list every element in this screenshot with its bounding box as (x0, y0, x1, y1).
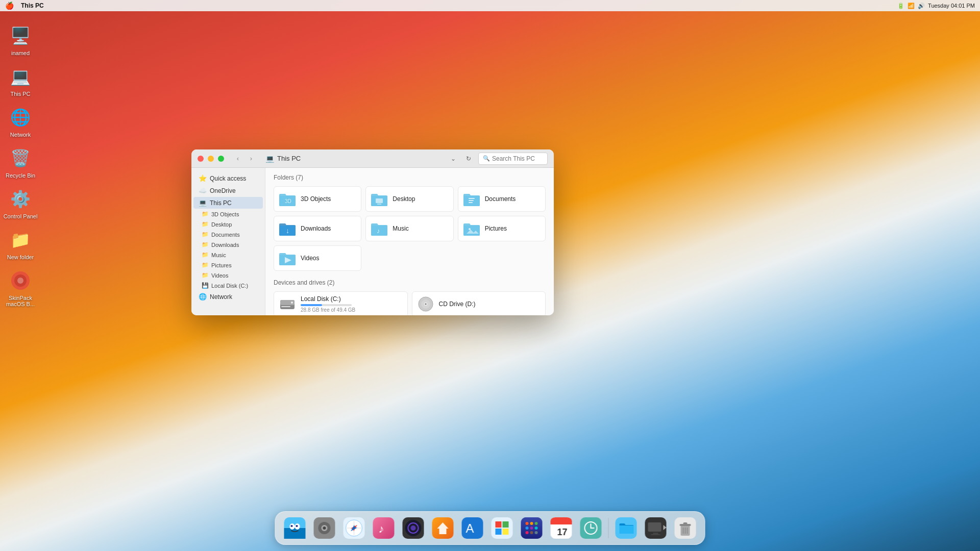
dock-item-time-machine[interactable] (578, 515, 604, 541)
folder-item-music[interactable]: ♪ Music (365, 216, 453, 241)
dock-item-siri[interactable] (400, 515, 427, 541)
network-label: Network (10, 132, 31, 138)
cd-drive-info: CD Drive (D:) (439, 300, 476, 308)
search-box[interactable]: 🔍 (478, 153, 548, 165)
folder-downloads-name: Downloads (301, 225, 331, 232)
address-bar: 💻 This PC (265, 154, 444, 163)
svg-point-16 (291, 302, 293, 304)
sidebar-subitem-documents[interactable]: 📁 Documents (198, 230, 263, 239)
clock: Tuesday 04:01 PM (928, 3, 975, 9)
inamed-label: inamed (11, 50, 30, 56)
svg-rect-56 (503, 529, 509, 535)
sidebar-subitem-3d-objects[interactable]: 📁 3D Objects (198, 209, 263, 219)
device-item-local-disk[interactable]: Local Disk (C:) 28.8 GB free of 49.4 GB (274, 291, 408, 315)
dock-item-launchpad[interactable] (519, 515, 545, 541)
refresh-button[interactable]: ↻ (463, 153, 474, 164)
dock-item-files[interactable] (613, 515, 640, 541)
inamed-icon: 🖥️ (8, 23, 33, 48)
folder-item-pictures[interactable]: Pictures (458, 216, 546, 241)
svg-point-28 (296, 525, 298, 527)
svg-rect-7 (469, 198, 475, 199)
sub-music-label: Music (211, 252, 226, 258)
folders-grid: 3D 3D Objects (274, 186, 546, 271)
dock-item-finder[interactable] (282, 515, 308, 541)
current-path: This PC (277, 155, 301, 162)
minimize-button[interactable] (208, 156, 214, 162)
network-sidebar-icon: 🌐 (199, 293, 207, 300)
folder-item-documents[interactable]: Documents (458, 186, 546, 212)
this-pc-label: This PC (10, 91, 30, 97)
this-pc-icon: 💻 (8, 64, 33, 89)
dock-item-home[interactable] (430, 515, 456, 541)
sub-desktop-label: Desktop (211, 221, 232, 228)
folder-videos-name: Videos (301, 255, 319, 262)
search-input[interactable] (492, 155, 543, 162)
sidebar-item-quick-access[interactable]: ⭐ Quick access (193, 172, 263, 184)
dock-item-safari[interactable] (341, 515, 368, 541)
local-disk-space: 28.8 GB free of 49.4 GB (301, 307, 355, 313)
sidebar-item-network[interactable]: 🌐 Network (193, 291, 263, 303)
svg-rect-54 (503, 521, 509, 528)
sidebar-subitem-downloads[interactable]: 📁 Downloads (198, 240, 263, 249)
desktop-icon-skinpack[interactable]: SkinPack macOS B... (0, 265, 41, 310)
sub-pictures-label: Pictures (211, 262, 232, 268)
search-icon: 🔍 (483, 155, 490, 162)
sidebar-subitem-local-disk[interactable]: 💾 Local Disk (C:) (198, 281, 263, 290)
dock-item-trash[interactable] (672, 515, 699, 541)
back-button[interactable]: ‹ (232, 153, 243, 164)
svg-text:♪: ♪ (379, 522, 384, 535)
nav-buttons: ‹ › (232, 153, 257, 164)
dock-item-screen-recorder[interactable] (643, 515, 669, 541)
maximize-button[interactable] (218, 156, 224, 162)
svg-point-66 (530, 531, 533, 534)
svg-rect-5 (376, 198, 383, 203)
desktop-icon-new-folder[interactable]: 📁 New folder (0, 224, 41, 263)
desktop-icon-inamed[interactable]: 🖥️ inamed (0, 20, 41, 59)
folder-item-3d-objects[interactable]: 3D 3D Objects (274, 186, 361, 212)
close-button[interactable] (198, 156, 204, 162)
svg-rect-78 (653, 533, 658, 534)
desktop-icon-control-panel[interactable]: ⚙️ Control Panel (0, 184, 41, 222)
folder-desktop-icon (370, 190, 388, 208)
forward-button[interactable]: › (246, 153, 257, 164)
apple-menu[interactable]: 🍎 (5, 2, 14, 10)
dock-item-system-prefs[interactable] (311, 515, 338, 541)
svg-point-27 (291, 525, 293, 527)
titlebar-controls: ⌄ ↻ 🔍 (448, 153, 548, 165)
desktop-icon-this-pc[interactable]: 💻 This PC (0, 61, 41, 100)
sidebar-item-onedrive[interactable]: ☁️ OneDrive (193, 185, 263, 196)
window-body: ⭐ Quick access ☁️ OneDrive 💻 This PC 📁 3… (191, 168, 554, 315)
sidebar-subitem-music[interactable]: 📁 Music (198, 250, 263, 260)
sub-downloads-icon: 📁 (202, 241, 209, 248)
dock-item-appstore[interactable]: A (459, 515, 486, 541)
svg-rect-83 (683, 522, 688, 524)
skinpack-icon (8, 268, 33, 293)
desktop-icon-network[interactable]: 🌐 Network (0, 102, 41, 141)
svg-rect-24 (284, 528, 306, 539)
svg-rect-53 (496, 521, 502, 528)
svg-text:3D: 3D (285, 198, 291, 204)
desktop: 🍎 This PC 🔋 📶 🔊 Tuesday 04:01 PM 🖥️ inam… (0, 0, 980, 551)
sub-downloads-label: Downloads (211, 242, 239, 248)
sub-videos-label: Videos (211, 272, 228, 279)
sub-3d-icon: 📁 (202, 211, 209, 217)
sidebar-subitem-pictures[interactable]: 📁 Pictures (198, 260, 263, 270)
folder-item-desktop[interactable]: Desktop (365, 186, 453, 212)
menubar-right: 🔋 📶 🔊 Tuesday 04:01 PM (897, 3, 975, 9)
dock-item-calendar[interactable]: 17 (548, 515, 575, 541)
sidebar-subitem-videos[interactable]: 📁 Videos (198, 270, 263, 280)
folder-item-downloads[interactable]: ↓ Downloads (274, 216, 361, 241)
recycle-bin-icon: 🗑️ (8, 146, 33, 170)
folder-item-videos[interactable]: Videos (274, 245, 361, 271)
dock-item-music[interactable]: ♪ (371, 515, 397, 541)
sidebar-item-this-pc[interactable]: 💻 This PC (193, 197, 263, 209)
dock-item-bootcamp[interactable] (489, 515, 516, 541)
sort-dropdown[interactable]: ⌄ (448, 153, 459, 164)
device-item-cd-drive[interactable]: CD Drive (D:) (412, 291, 546, 315)
devices-section-title: Devices and drives (2) (274, 279, 546, 286)
svg-rect-17 (281, 306, 290, 307)
desktop-icon-recycle-bin[interactable]: 🗑️ Recycle Bin (0, 143, 41, 182)
sidebar-subitem-desktop[interactable]: 📁 Desktop (198, 219, 263, 229)
folder-documents-name: Documents (485, 195, 516, 203)
wifi-icon: 📶 (908, 3, 915, 9)
